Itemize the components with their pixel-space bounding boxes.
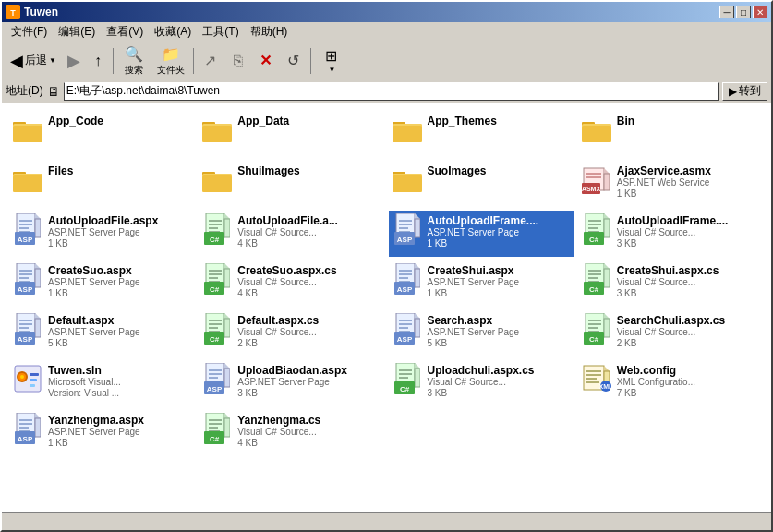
list-item[interactable]: ASP AutoUploadFile.aspxASP.NET Server Pa… xyxy=(9,211,195,257)
file-info: Tuwen.slnMicrosoft Visual...Version: Vis… xyxy=(48,364,121,398)
list-item[interactable]: ASP AutoUploadIFrame....ASP.NET Server P… xyxy=(389,211,574,257)
file-name: Files xyxy=(48,164,73,177)
svg-text:ASP: ASP xyxy=(18,236,33,244)
list-item[interactable]: ASP Yanzhengma.aspxASP.NET Server Page1 … xyxy=(9,410,195,456)
file-icon: XML xyxy=(582,364,611,393)
svg-marker-189 xyxy=(224,413,230,418)
list-item[interactable]: C# Yanzhengma.csVisual C# Source...4 KB xyxy=(199,410,384,456)
menu-help[interactable]: 帮助(H) xyxy=(245,22,294,42)
file-size: 2 KB xyxy=(237,338,319,348)
file-name: App_Themes xyxy=(428,115,497,127)
file-name: CreateShui.aspx.cs xyxy=(617,264,719,277)
file-size: 7 KB xyxy=(617,388,695,398)
list-item[interactable]: C# CreateShui.aspx.csVisual C# Source...… xyxy=(578,260,764,307)
minimize-button[interactable]: ─ xyxy=(719,6,734,18)
file-name: AutoUploadIFrame.... xyxy=(617,214,729,227)
file-icon: ASP xyxy=(393,314,422,344)
file-name: Uploadchuli.aspx.cs xyxy=(428,364,535,377)
menu-edit[interactable]: 编辑(E) xyxy=(53,22,101,42)
svg-rect-150 xyxy=(30,379,37,381)
file-name: Default.aspx xyxy=(48,314,140,327)
go-button[interactable]: ▶ 转到 xyxy=(722,82,767,101)
list-item[interactable]: SuoImages xyxy=(389,161,574,207)
file-name: SearchChuli.aspx.cs xyxy=(617,314,725,327)
list-item[interactable]: C# AutoUploadIFrame....Visual C# Source.… xyxy=(578,211,764,257)
up-button[interactable]: ↑ xyxy=(87,45,109,77)
list-item[interactable]: Bin xyxy=(578,111,764,157)
list-item[interactable]: App_Themes xyxy=(389,111,574,157)
list-item[interactable]: ASP CreateShui.aspxASP.NET Server Page1 … xyxy=(389,260,574,307)
file-size: 1 KB xyxy=(48,288,140,298)
svg-rect-57 xyxy=(415,219,420,237)
file-info: App_Themes xyxy=(428,115,497,127)
svg-text:C#: C# xyxy=(589,335,599,344)
svg-rect-163 xyxy=(415,369,420,387)
delete-button[interactable]: ✕ xyxy=(253,45,279,77)
folders-button[interactable]: 📁 文件夹 xyxy=(152,45,189,77)
file-info: SuoImages xyxy=(428,164,487,177)
svg-text:ASP: ASP xyxy=(18,285,33,294)
svg-marker-56 xyxy=(415,213,420,219)
maximize-button[interactable]: □ xyxy=(736,6,751,18)
file-info: CreateSuo.aspx.csVisual C# Source...4 KB xyxy=(237,264,336,298)
svg-marker-171 xyxy=(604,366,610,371)
file-icon: C# xyxy=(202,214,232,244)
forward-button[interactable]: ▶ xyxy=(63,45,85,77)
list-item[interactable]: ASP UploadBiaodan.aspxASP.NET Server Pag… xyxy=(199,360,384,406)
svg-rect-32 xyxy=(604,174,610,190)
file-name: AutoUploadIFrame.... xyxy=(428,214,539,227)
list-item[interactable]: ASP CreateSuo.aspxASP.NET Server Page1 K… xyxy=(9,260,195,307)
file-icon: ASP xyxy=(13,264,42,294)
list-item[interactable]: Tuwen.slnMicrosoft Visual...Version: Vis… xyxy=(9,360,195,406)
menu-view[interactable]: 查看(V) xyxy=(101,22,149,42)
file-info: ShuiImages xyxy=(237,164,299,177)
list-item[interactable]: App_Data xyxy=(199,111,384,157)
copy-button[interactable]: ⎘ xyxy=(225,45,251,77)
move-button[interactable]: ↗ xyxy=(198,45,223,77)
svg-marker-119 xyxy=(224,313,230,319)
address-input[interactable] xyxy=(64,82,719,101)
svg-rect-129 xyxy=(415,319,420,337)
list-item[interactable]: C# Uploadchuli.aspx.csVisual C# Source..… xyxy=(389,360,574,406)
file-size: 5 KB xyxy=(48,338,140,348)
list-item[interactable]: Files xyxy=(9,161,195,207)
list-item[interactable]: C# SearchChuli.aspx.csVisual C# Source..… xyxy=(578,310,764,357)
list-item[interactable]: C# AutoUploadFile.a...Visual C# Source..… xyxy=(199,211,384,257)
file-icon: C# xyxy=(582,314,611,344)
svg-marker-38 xyxy=(35,213,41,219)
list-item[interactable]: ASP Search.aspxASP.NET Server Page5 KB xyxy=(389,310,574,357)
list-item[interactable]: C# Default.aspx.csVisual C# Source...2 K… xyxy=(199,310,384,357)
back-arrow-icon: ◀ xyxy=(10,51,23,71)
file-info: Search.aspxASP.NET Server Page5 KB xyxy=(428,314,520,348)
list-item[interactable]: App_Code xyxy=(9,111,195,157)
move-icon: ↗ xyxy=(204,52,216,69)
close-button[interactable]: ✕ xyxy=(753,6,767,18)
svg-text:ASP: ASP xyxy=(396,236,412,244)
svg-marker-47 xyxy=(224,213,230,219)
address-icon: 🖥 xyxy=(47,84,60,99)
svg-text:ASP: ASP xyxy=(18,435,33,443)
list-item[interactable]: C# CreateSuo.aspx.csVisual C# Source...4… xyxy=(199,260,384,307)
svg-marker-83 xyxy=(224,263,230,269)
toolbar: ◀ 后退 ▼ ▶ ↑ 🔍 搜索 📁 文件夹 ↗ ⎘ xyxy=(2,42,771,79)
file-area[interactable]: App_Code App_Data App_Themes Bin Files S… xyxy=(2,103,771,512)
list-item[interactable]: ShuiImages xyxy=(199,161,384,207)
views-button[interactable]: ⊞ ▼ xyxy=(315,45,348,77)
undo-button[interactable]: ↺ xyxy=(281,45,307,77)
list-item[interactable]: XML Web.configXML Configuratio...7 KB xyxy=(578,360,764,406)
file-info: Yanzhengma.aspxASP.NET Server Page1 KB xyxy=(48,414,144,448)
search-button[interactable]: 🔍 搜索 xyxy=(117,45,151,77)
file-type: ASP.NET Server Page xyxy=(48,327,140,338)
file-icon: ASP xyxy=(13,314,42,344)
file-type: ASP.NET Server Page xyxy=(428,277,520,288)
svg-text:ASMX: ASMX xyxy=(582,186,600,192)
file-type: ASP.NET Server Page xyxy=(428,327,520,338)
window-title: Tuwen xyxy=(24,6,58,18)
back-button[interactable]: ◀ 后退 ▼ xyxy=(6,45,61,77)
list-item[interactable]: ASP Default.aspxASP.NET Server Page5 KB xyxy=(9,310,195,357)
list-item[interactable]: ASMX AjaxService.asmxASP.NET Web Service… xyxy=(578,161,764,207)
menu-tools[interactable]: 工具(T) xyxy=(197,22,244,42)
menu-file[interactable]: 文件(F) xyxy=(6,22,53,42)
file-size: 1 KB xyxy=(617,188,711,199)
menu-favorites[interactable]: 收藏(A) xyxy=(149,22,197,42)
